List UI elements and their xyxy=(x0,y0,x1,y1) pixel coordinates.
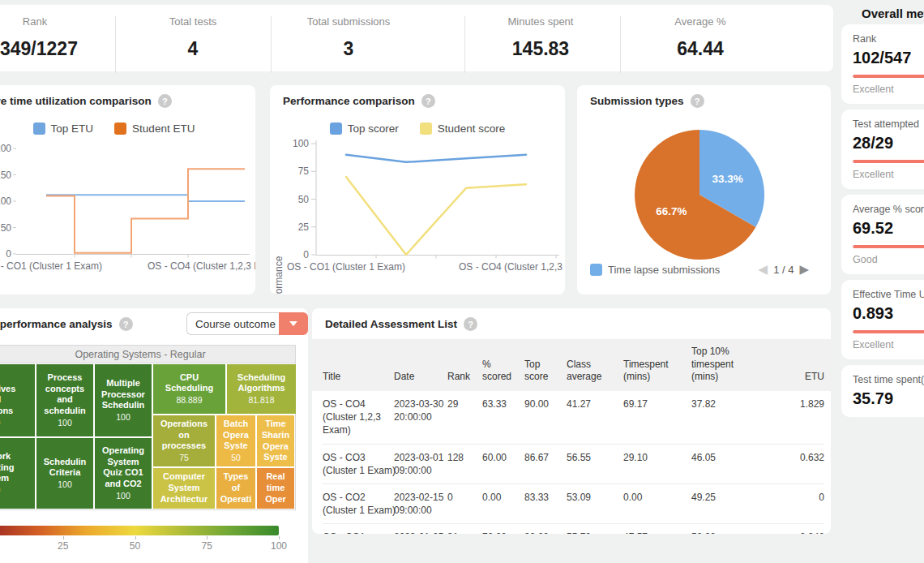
dropdown-value: Course outcome l xyxy=(186,312,279,335)
svg-text:25: 25 xyxy=(298,221,310,233)
panel-title: Effective time utilization comparison xyxy=(0,95,152,107)
metric-label: Rank xyxy=(853,33,924,45)
table-cell: 41.27 xyxy=(567,398,623,437)
performance-line-chart: 0255075100OS - CO1 (Cluster 1 Exam)OS - … xyxy=(270,134,565,294)
help-icon[interactable]: ? xyxy=(119,317,133,331)
svg-text:0: 0 xyxy=(303,249,309,260)
svg-text:OS - CO1 (Cluster 1 Exam): OS - CO1 (Cluster 1 Exam) xyxy=(287,261,405,273)
legend-swatch xyxy=(590,264,602,276)
metric-status: Excellent xyxy=(853,169,924,180)
metric-value: 28/29 xyxy=(853,134,924,153)
etu-step-chart: 050100150200OS - CO1 (Cluster 1 Exam)OS … xyxy=(0,142,255,294)
table-column-header: Class average xyxy=(567,359,623,384)
table-cell: 29.10 xyxy=(623,451,691,477)
panel-title: Submission types xyxy=(590,95,684,107)
dropdown-button[interactable] xyxy=(279,312,308,335)
table-cell: 69.17 xyxy=(623,398,691,437)
pager-page-indicator: 1 / 4 xyxy=(773,264,794,276)
course-outcome-dropdown[interactable]: Course outcome l xyxy=(186,312,308,335)
stat-label: Rank xyxy=(0,15,116,28)
treemap-cell[interactable]: Batch Opera Syste50 xyxy=(216,415,255,466)
help-icon[interactable]: ? xyxy=(691,94,704,108)
colorbar-tick xyxy=(207,536,207,539)
table-column-header: Rank xyxy=(447,371,482,384)
table-column-header: Top 10% timespent (mins) xyxy=(691,346,764,384)
stat-value: 64.44 xyxy=(619,38,781,60)
metric-progress-bar xyxy=(853,160,924,163)
help-icon[interactable]: ? xyxy=(464,317,477,331)
help-icon[interactable]: ? xyxy=(158,94,172,108)
submission-pie-chart[interactable]: 33.3%66.7% xyxy=(577,118,831,280)
pie-legend-item[interactable]: Time lapse submissions xyxy=(590,264,720,276)
table-cell: 2023-03-01 09:00:00 xyxy=(394,451,447,477)
pager-prev-icon[interactable]: ◀ xyxy=(759,262,768,277)
svg-text:50: 50 xyxy=(1,222,12,234)
legend-label: Time lapse submissions xyxy=(608,264,720,276)
svg-text:150: 150 xyxy=(0,170,11,181)
legend-item-student-etu[interactable]: Student ETU xyxy=(114,122,195,135)
table-cell: 128 xyxy=(447,451,482,477)
performance-comparison-panel: Performance comparison ? Top scorer Stud… xyxy=(270,85,565,294)
table-row: OS - CO4 (Cluster 1,2,3 Exam)2023-03-30 … xyxy=(323,391,824,445)
treemap-cell[interactable]: Process concepts and schedulin100 xyxy=(36,364,93,436)
metric-label: Test time spent(mins) xyxy=(853,374,924,385)
table-cell: 2023-01-25 20:00:00 xyxy=(394,531,447,534)
treemap-cell[interactable]: Types of Operati xyxy=(216,468,255,509)
stat-label: Total submissions xyxy=(267,15,430,28)
table-cell: OS - CO2 (Cluster 1 Exam) xyxy=(323,491,394,517)
svg-text:OS - CO4 (Cluster 1,2,3 Exam): OS - CO4 (Cluster 1,2,3 Exam) xyxy=(459,261,565,273)
legend-item-top-scorer[interactable]: Top scorer xyxy=(330,122,399,135)
treemap-cell[interactable]: Network Operating System100 xyxy=(0,438,35,509)
summary-stats-bar: Rank 349/1227 Total tests 4 Total submis… xyxy=(0,5,833,71)
treemap-cell[interactable]: Schedulin Criteria100 xyxy=(36,438,93,509)
table-cell: 37.82 xyxy=(691,398,764,437)
metric-card-test-attempted: Test attempted 28/29 Excellent xyxy=(841,110,924,189)
colorbar-tick-label: 25 xyxy=(58,540,68,552)
metric-value: 69.52 xyxy=(853,219,924,238)
svg-text:33.3%: 33.3% xyxy=(712,173,742,185)
table-cell: 2023-02-15 09:00:00 xyxy=(394,491,447,517)
score-colorbar xyxy=(0,526,279,535)
colorbar-tick xyxy=(279,536,280,539)
colorbar-tick xyxy=(63,536,64,539)
metric-status: Good xyxy=(853,254,924,265)
treemap-cell[interactable]: Operating System Quiz CO1 and CO2100 xyxy=(95,438,152,509)
treemap-cell[interactable]: Real time Oper xyxy=(257,468,294,509)
divider xyxy=(271,16,272,73)
table-row: OS - CO3 (Cluster 1 Exam)2023-03-01 09:0… xyxy=(323,445,824,484)
treemap-cell[interactable]: Multiple Processor Schedulin100 xyxy=(95,364,152,436)
legend-item-top-etu[interactable]: Top ETU xyxy=(33,122,94,135)
svg-text:OS - CO1 (Cluster 1 Exam): OS - CO1 (Cluster 1 Exam) xyxy=(0,260,102,272)
metric-label: Test attempted xyxy=(853,118,924,130)
stat-value: 4 xyxy=(112,38,274,60)
metric-progress-bar xyxy=(853,75,924,78)
colorbar-tick-label: 50 xyxy=(130,540,140,552)
legend-label: Top scorer xyxy=(348,122,399,135)
treemap-cell[interactable]: Scheduling Algorithms81.818 xyxy=(227,364,296,414)
legend-item-student-score[interactable]: Student score xyxy=(420,122,505,135)
stat-average-pct: Average % 64.44 xyxy=(619,5,781,60)
treemap-cell[interactable]: CPU Scheduling88.889 xyxy=(153,364,225,414)
table-cell: 63.33 xyxy=(482,398,524,437)
treemap-cell[interactable]: Operations on processes75 xyxy=(153,415,215,466)
treemap-cell[interactable]: OS Objectives and functions100 xyxy=(0,364,35,436)
table-cell: 2023-03-30 20:00:00 xyxy=(394,398,447,437)
legend-label: Student score xyxy=(438,122,505,135)
table-cell: 90.00 xyxy=(524,398,567,437)
treemap-cell[interactable]: Time Sharin Opera Syste xyxy=(257,415,294,466)
pager-next-icon[interactable]: ▶ xyxy=(799,262,809,277)
table-cell: 31 xyxy=(447,531,482,534)
table-cell: 46.05 xyxy=(691,451,764,477)
table-cell: 55.72 xyxy=(567,531,623,534)
stat-value: 349/1227 xyxy=(0,38,116,60)
etu-legend: Top ETU Student ETU xyxy=(0,122,255,135)
divider xyxy=(115,16,116,73)
stat-value: 3 xyxy=(267,38,430,60)
metric-value: 102/547 xyxy=(853,49,924,67)
treemap-group-header[interactable]: Operating Systems - Regular xyxy=(0,346,295,363)
help-icon[interactable]: ? xyxy=(421,94,435,108)
panel-title: Performance comparison xyxy=(283,95,415,107)
treemap-cell[interactable]: Computer System Architectur xyxy=(153,468,215,509)
table-cell: 0.632 xyxy=(764,451,824,477)
table-column-header: Date xyxy=(394,371,447,384)
